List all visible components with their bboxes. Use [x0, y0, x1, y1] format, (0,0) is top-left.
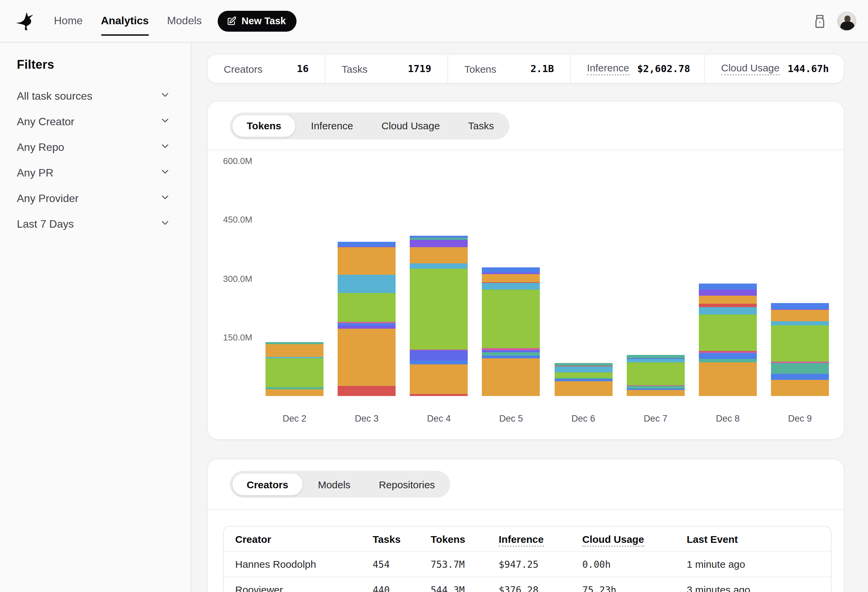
bar-segment-red: [699, 303, 757, 307]
bar-segment-red: [338, 386, 396, 396]
stat-label[interactable]: Inference: [587, 62, 629, 75]
bar-segment-green: [771, 325, 829, 362]
col-header-label[interactable]: Inference: [499, 533, 543, 546]
bar-segment-sky: [771, 321, 829, 325]
col-header-tokens: Tokens: [431, 533, 499, 545]
col-header-label: Last Event: [687, 533, 738, 545]
main-nav: HomeAnalyticsModels: [54, 0, 202, 42]
table-tab-creators[interactable]: Creators: [232, 473, 303, 496]
col-header-label[interactable]: Cloud Usage: [582, 533, 644, 546]
flashlight-icon[interactable]: [813, 14, 826, 28]
filter-any-provider[interactable]: Any Provider: [17, 186, 170, 212]
filter-last-7-days[interactable]: Last 7 Days: [17, 212, 170, 237]
bar-segment-orange: [771, 310, 829, 321]
bar-segment-sky: [482, 283, 540, 290]
bar-segment-blue: [410, 360, 468, 364]
bar-dec-2[interactable]: [266, 150, 323, 396]
table-tab-models[interactable]: Models: [304, 471, 365, 498]
filter-label: All task sources: [17, 90, 92, 102]
stat-value: 2.1B: [530, 63, 554, 74]
bar-dec-8[interactable]: [699, 150, 757, 396]
bar-segment-teal: [626, 386, 684, 388]
chart-tab-inference[interactable]: Inference: [297, 112, 367, 139]
bar-segment-green: [482, 290, 540, 348]
bar-segment-orange: [771, 380, 829, 396]
table-header-row: CreatorTasksTokensInferenceCloud UsageLa…: [224, 527, 831, 552]
chart-x-axis: Dec 2Dec 3Dec 4Dec 5Dec 6Dec 7Dec 8Dec 9: [266, 414, 829, 424]
x-label-dec-2: Dec 2: [266, 414, 323, 424]
bar-segment-blue: [410, 236, 468, 238]
bar-segment-blue: [771, 303, 829, 309]
bar-segment-orange: [338, 329, 396, 386]
chart-tab-cloud-usage[interactable]: Cloud Usage: [367, 112, 454, 139]
user-avatar[interactable]: [837, 11, 856, 31]
table-row[interactable]: Hannes Roodolph454753.7M$947.250.00h1 mi…: [224, 552, 831, 577]
nav-item-home[interactable]: Home: [54, 0, 83, 42]
stat-cloud-usage: Cloud Usage144.67h: [705, 54, 838, 83]
bar-segment-green: [338, 293, 396, 322]
bar-segment-blue: [771, 374, 829, 380]
chevron-down-icon: [160, 192, 170, 205]
table-tabs: CreatorsModelsRepositories: [230, 471, 450, 498]
chevron-down-icon: [160, 90, 170, 103]
bar-dec-9[interactable]: [771, 150, 829, 396]
col-header-label: Creator: [235, 533, 271, 545]
chevron-down-icon: [160, 141, 170, 154]
new-task-button[interactable]: New Task: [218, 10, 297, 31]
table-tab-repositories[interactable]: Repositories: [365, 471, 449, 498]
cell-cloud: 0.00h: [582, 559, 687, 570]
nav-item-models[interactable]: Models: [167, 0, 202, 42]
bar-segment-blue: [482, 267, 540, 273]
bar-dec-5[interactable]: [482, 150, 540, 396]
chart-tab-tasks[interactable]: Tasks: [454, 112, 508, 139]
bar-segment-sky: [699, 307, 757, 315]
edit-icon: [227, 16, 237, 26]
filters-sidebar: Filters All task sourcesAny CreatorAny R…: [0, 43, 191, 592]
stat-tokens: Tokens2.1B: [448, 54, 571, 83]
chart-tabs: TokensInferenceCloud UsageTasks: [230, 112, 509, 139]
x-label-dec-4: Dec 4: [410, 414, 468, 424]
table-row[interactable]: Rooviewer440544.3M$376.2875.23h3 minutes…: [224, 577, 831, 592]
bar-dec-3[interactable]: [338, 150, 396, 396]
filters-title: Filters: [17, 58, 170, 72]
chart-card: TokensInferenceCloud UsageTasks Dec 2Dec…: [207, 101, 844, 440]
bar-segment-purple: [699, 290, 757, 296]
bar-segment-teal: [554, 363, 612, 366]
bar-segment-orange: [482, 358, 540, 396]
avatar-person-head: [844, 15, 850, 22]
cell-last_event: 1 minute ago: [687, 558, 832, 570]
bar-segment-teal: [266, 342, 323, 345]
nav-item-analytics[interactable]: Analytics: [101, 0, 149, 42]
stat-label: Tokens: [464, 63, 496, 74]
bar-dec-6[interactable]: [554, 150, 612, 396]
filter-any-pr[interactable]: Any PR: [17, 160, 170, 186]
bar-segment-orange: [338, 247, 396, 275]
x-label-dec-8: Dec 8: [699, 414, 757, 424]
cell-tokens: 544.3M: [431, 584, 499, 592]
stats-bar: Creators16Tasks1719Tokens2.1BInference$2…: [207, 54, 844, 84]
chart-plot: [266, 150, 829, 396]
col-header-last-event: Last Event: [687, 533, 832, 545]
analytics-page: HomeAnalyticsModels New Task: [0, 0, 868, 592]
filter-list: All task sourcesAny CreatorAny RepoAny P…: [17, 84, 170, 237]
bar-segment-orange: [554, 381, 612, 396]
bar-dec-4[interactable]: [410, 150, 468, 396]
bar-segment-orange: [482, 274, 540, 282]
filter-label: Last 7 Days: [17, 218, 74, 230]
chart-tab-tokens[interactable]: Tokens: [232, 114, 296, 137]
kangaroo-logo-icon[interactable]: [15, 11, 44, 31]
filter-any-repo[interactable]: Any Repo: [17, 135, 170, 160]
cell-inference: $947.25: [499, 559, 582, 570]
bar-segment-orange: [410, 247, 468, 263]
bar-segment-orange: [266, 389, 323, 396]
bar-segment-orange: [410, 364, 468, 394]
x-label-dec-5: Dec 5: [482, 414, 540, 424]
bar-dec-7[interactable]: [626, 150, 684, 396]
cell-tokens: 753.7M: [431, 559, 499, 570]
filter-any-creator[interactable]: Any Creator: [17, 109, 170, 135]
filter-all-task-sources[interactable]: All task sources: [17, 84, 170, 109]
cell-tasks: 440: [373, 584, 431, 592]
y-tick-450.0M: 450.0M: [223, 215, 252, 225]
stat-label[interactable]: Cloud Usage: [721, 62, 779, 75]
x-label-dec-3: Dec 3: [338, 414, 396, 424]
